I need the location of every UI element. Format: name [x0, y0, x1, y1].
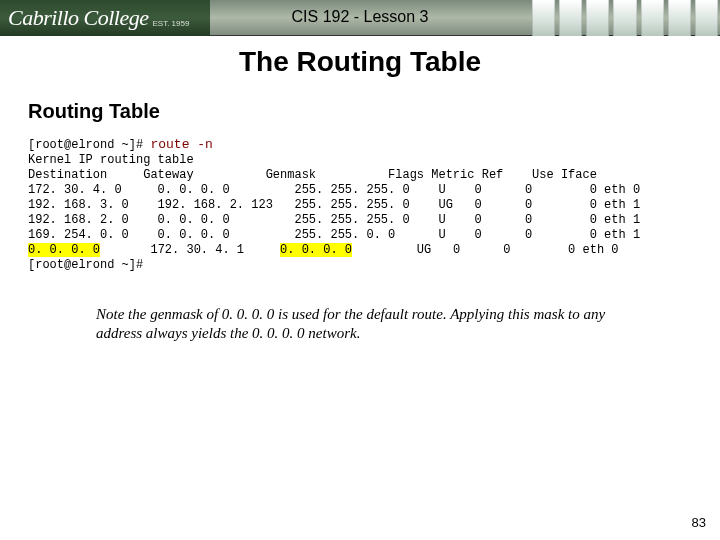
route-row: 192. 168. 3. 0 192. 168. 2. 123 255. 255…	[28, 198, 640, 212]
default-route-gateway: 172. 30. 4. 1	[100, 243, 280, 257]
route-row: 172. 30. 4. 0 0. 0. 0. 0 255. 255. 255. …	[28, 183, 640, 197]
header-pillars	[530, 0, 720, 36]
kernel-header: Kernel IP routing table	[28, 153, 194, 167]
footnote: Note the genmask of 0. 0. 0. 0 is used f…	[96, 305, 650, 343]
terminal-output: [root@elrond ~]# route -n Kernel IP rout…	[28, 137, 720, 273]
shell-prompt: [root@elrond ~]#	[28, 138, 150, 152]
route-row: 169. 254. 0. 0 0. 0. 0. 0 255. 255. 0. 0…	[28, 228, 640, 242]
page-number: 83	[692, 515, 706, 530]
columns-header: Destination Gateway Genmask Flags Metric…	[28, 168, 597, 182]
default-route-dest: 0. 0. 0. 0	[28, 243, 100, 257]
command-text: route -n	[150, 137, 212, 152]
slide-title: The Routing Table	[0, 46, 720, 78]
section-title: Routing Table	[28, 100, 720, 123]
route-row: 192. 168. 2. 0 0. 0. 0. 0 255. 255. 255.…	[28, 213, 640, 227]
header-banner: Cabrillo College EST. 1959 CIS 192 - Les…	[0, 0, 720, 36]
shell-prompt-end: [root@elrond ~]#	[28, 258, 143, 272]
default-route-rest: UG 0 0 0 eth 0	[352, 243, 618, 257]
default-route-genmask: 0. 0. 0. 0	[280, 243, 352, 257]
